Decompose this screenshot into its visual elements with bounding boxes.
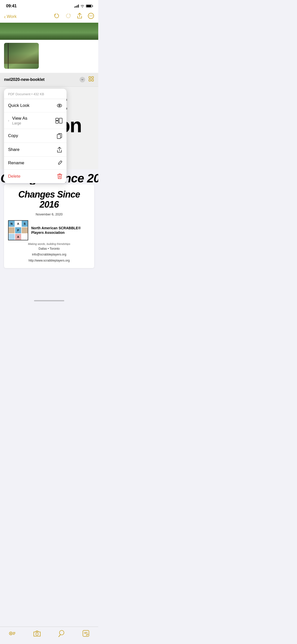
svg-rect-11 xyxy=(56,118,58,120)
more-button[interactable] xyxy=(88,13,94,21)
view-as-label: View As xyxy=(12,116,27,121)
status-bar: 09:41 xyxy=(0,0,98,11)
copy-icon xyxy=(56,133,62,139)
file-attachment-row[interactable]: nwl2020-new-booklet xyxy=(0,73,98,87)
naspa-tagline: Making words, building friendships xyxy=(8,242,90,245)
svg-rect-7 xyxy=(92,79,93,81)
naspa-grid-logo: N A S P A xyxy=(8,220,28,240)
view-as-left: › View As Large xyxy=(8,116,27,125)
naspa-cell-empty1 xyxy=(9,227,15,233)
note-content xyxy=(0,23,98,73)
nav-actions xyxy=(53,13,94,21)
share-icon xyxy=(56,146,62,153)
naspa-location: Dallas • Toronto xyxy=(8,246,90,251)
pdf-date: November 6, 2020 xyxy=(8,212,90,216)
home-bar xyxy=(34,300,64,301)
svg-rect-6 xyxy=(89,79,91,81)
context-menu-delete[interactable]: Delete xyxy=(4,170,67,183)
note-image-small xyxy=(4,43,39,69)
wifi-icon xyxy=(80,4,84,8)
back-label: Work xyxy=(7,14,17,19)
naspa-website: http://www.scrabbleplayers.org xyxy=(8,258,90,263)
naspa-email: info@scrabbleplayers.org xyxy=(8,252,90,257)
rename-label: Rename xyxy=(8,160,24,166)
naspa-cell-s1: S xyxy=(22,221,28,227)
context-menu-file-info: PDF Document • 432 KB xyxy=(8,92,44,96)
naspa-cell-empty2 xyxy=(22,227,28,233)
svg-point-2 xyxy=(91,16,91,16)
trash-icon xyxy=(57,173,62,180)
note-image-container xyxy=(0,40,98,73)
svg-rect-4 xyxy=(89,77,91,78)
context-menu-area: nwl2020-new-booklet t on PDF Docum xyxy=(0,73,98,272)
view-as-text: View As Large xyxy=(12,116,27,125)
svg-rect-13 xyxy=(59,118,62,123)
note-image-full xyxy=(0,23,98,40)
context-menu-share[interactable]: Share xyxy=(4,143,67,157)
copy-label: Copy xyxy=(8,133,18,138)
naspa-cell-p: P xyxy=(15,227,21,233)
menu-bg-area: t on PDF Document • 432 KB Quick Look xyxy=(0,89,98,184)
quick-look-label: Quick Look xyxy=(8,103,29,108)
file-name: nwl2020-new-booklet xyxy=(4,77,80,82)
file-expand-chevron[interactable] xyxy=(80,77,85,82)
naspa-cell-empty3 xyxy=(9,234,15,240)
context-menu-quick-look[interactable]: Quick Look xyxy=(4,99,67,112)
svg-point-10 xyxy=(59,105,60,106)
naspa-cell-a1: A xyxy=(15,221,21,227)
signal-icon xyxy=(74,5,79,8)
share-button[interactable] xyxy=(77,13,83,21)
view-as-icon xyxy=(55,118,62,123)
rename-icon xyxy=(57,160,62,166)
svg-point-1 xyxy=(89,16,90,16)
svg-rect-5 xyxy=(92,77,93,78)
context-menu-rename[interactable]: Rename xyxy=(4,157,67,170)
context-menu-header: PDF Document • 432 KB xyxy=(4,89,67,99)
naspa-cell-empty4 xyxy=(22,234,28,240)
status-icons xyxy=(74,4,92,8)
pdf-content-box: Changes Since 2016 November 6, 2020 N A … xyxy=(4,184,94,268)
view-as-sublabel: Large xyxy=(12,121,27,125)
pdf-title: Changes Since 2016 xyxy=(8,189,90,209)
naspa-logo: N A S P A North American SCRABBLE® Playe… xyxy=(8,220,90,240)
svg-rect-12 xyxy=(56,121,58,123)
file-grid-icon xyxy=(88,76,94,83)
back-button[interactable]: ‹ Work xyxy=(4,14,17,20)
nav-bar: ‹ Work xyxy=(0,11,98,23)
eye-icon xyxy=(56,103,62,109)
naspa-org-name: North American SCRABBLE® Players Associa… xyxy=(31,226,90,235)
naspa-cell-n: N xyxy=(9,221,15,227)
home-indicator xyxy=(0,295,98,303)
svg-rect-15 xyxy=(57,134,60,139)
naspa-cell-a2: A xyxy=(15,234,21,240)
back-chevron-icon: ‹ xyxy=(4,14,6,20)
pdf-preview: Changes Since 2016 November 6, 2020 N A … xyxy=(0,184,98,272)
context-menu-view-as[interactable]: › View As Large xyxy=(4,112,67,129)
battery-icon xyxy=(86,5,92,8)
submenu-chevron-icon: › xyxy=(8,119,9,122)
undo-button[interactable] xyxy=(53,13,60,21)
context-menu: PDF Document • 432 KB Quick Look › View … xyxy=(4,89,67,183)
redo-button[interactable] xyxy=(65,13,72,21)
status-time: 09:41 xyxy=(6,4,17,9)
share-label: Share xyxy=(8,147,19,152)
svg-point-3 xyxy=(92,16,93,16)
delete-label: Delete xyxy=(8,174,20,179)
context-menu-copy[interactable]: Copy xyxy=(4,129,67,143)
